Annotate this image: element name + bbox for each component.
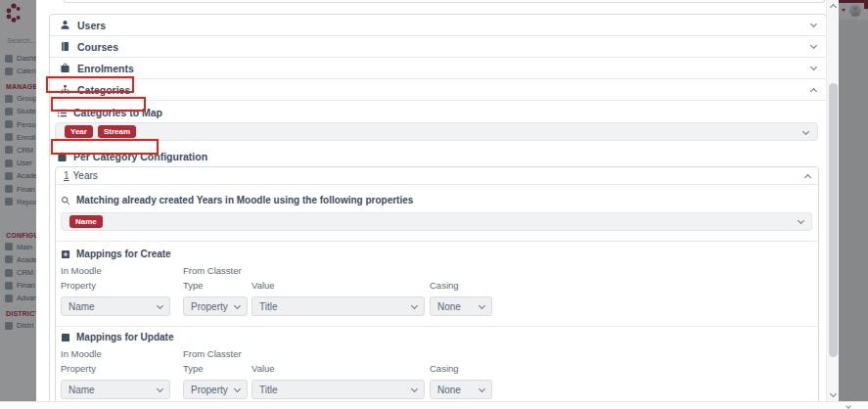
divider <box>56 326 818 327</box>
mapping-group-title-text: Mappings for Update <box>76 332 173 342</box>
column-header-property: Property <box>61 361 183 376</box>
accordion-enrolments[interactable]: Enrolments <box>50 58 826 79</box>
categories-to-map-multiselect[interactable]: Year Stream <box>55 122 818 141</box>
group-header-in-moodle: In Moodle <box>61 346 183 361</box>
mappings-for-create-title: Mappings for Create <box>61 248 813 260</box>
chevron-down-icon <box>479 302 485 309</box>
accordion-label: Categories <box>77 84 130 96</box>
select-value: Property <box>191 301 228 312</box>
matching-properties-multiselect[interactable]: Name <box>61 212 812 231</box>
create-type-select[interactable]: Property <box>183 296 248 316</box>
column-header-casing: Casing <box>430 361 813 376</box>
moodle-integration-modal: Users Courses Enrolments <box>36 0 839 401</box>
chevron-down-icon <box>411 302 418 309</box>
mappings-for-update-title: Mappings for Update <box>61 331 813 343</box>
selected-chip-year: Year <box>65 125 93 138</box>
group-header-from-classter: From Classter <box>183 263 813 278</box>
categories-to-map-title: Categories to Map <box>57 106 819 119</box>
group-header-in-moodle: In Moodle <box>61 263 183 278</box>
chevron-down-icon <box>479 386 485 392</box>
list-icon <box>57 108 68 118</box>
accordion-label: Courses <box>77 41 118 53</box>
per-category-configuration-title: Per Category Configuration <box>57 150 819 163</box>
chevron-down-icon <box>157 386 163 392</box>
category-card-years: 1 Years Matching already created Years i… <box>55 166 819 401</box>
accordion-label: Enrolments <box>77 63 134 74</box>
update-value-select[interactable]: Title <box>251 380 425 399</box>
matching-properties-title: Matching already created Years in Moodle… <box>61 194 813 206</box>
section-title-text: Categories to Map <box>73 107 162 118</box>
select-value: None <box>437 301 461 312</box>
divider <box>56 241 818 242</box>
column-header-type: Type <box>183 361 251 376</box>
selected-chip-name: Name <box>69 215 103 228</box>
accordion-users[interactable]: Users <box>50 15 826 36</box>
category-label: Years <box>73 170 98 181</box>
update-casing-select[interactable]: None <box>430 380 492 399</box>
select-value: Property <box>191 385 228 395</box>
scrollbar-up-arrow-icon[interactable] <box>829 4 836 11</box>
accordion-label: Users <box>77 20 106 31</box>
mapping-group-title-text: Mappings for Create <box>76 249 171 259</box>
plus-square-icon <box>61 250 70 259</box>
group-header-from-classter: From Classter <box>183 346 813 361</box>
chevron-down-icon[interactable] <box>798 217 804 224</box>
person-icon <box>60 20 70 30</box>
select-value: Title <box>259 301 278 312</box>
chevron-down-icon <box>234 302 241 309</box>
select-value: Title <box>259 385 278 395</box>
column-header-type: Type <box>183 278 251 293</box>
create-property-select[interactable]: Name <box>61 296 170 316</box>
update-type-select[interactable]: Property <box>183 380 248 399</box>
update-mapping-grid: In Moodle From Classter Property Type Va… <box>61 346 813 401</box>
select-value: None <box>437 385 461 395</box>
categories-panel: Categories to Map Year Stream Per Catego… <box>50 101 826 401</box>
create-value-select[interactable]: Title <box>251 296 425 316</box>
create-mapping-grid: In Moodle From Classter Property Type Va… <box>61 263 813 318</box>
scrollbar-down-arrow-icon[interactable] <box>829 390 836 397</box>
scrollbar-down-arrow-icon[interactable] <box>845 403 851 409</box>
briefcase-icon <box>57 152 68 162</box>
create-casing-select[interactable]: None <box>430 296 492 316</box>
select-value: Name <box>69 301 95 312</box>
modal-scrollbar[interactable] <box>826 0 839 401</box>
section-title-text: Per Category Configuration <box>73 151 207 162</box>
horizontal-scrollbar-strip[interactable] <box>0 401 868 409</box>
previous-card-edge <box>64 0 825 3</box>
column-header-value: Value <box>251 361 430 376</box>
column-header-value: Value <box>251 278 430 293</box>
chevron-up-icon[interactable] <box>810 87 817 94</box>
chevron-down-icon <box>411 386 418 392</box>
sitemap-icon <box>60 84 70 95</box>
chevron-up-icon[interactable] <box>804 173 811 180</box>
book-icon <box>60 41 70 52</box>
screen: Search... Dashb Calen MANAGE Group Stude… <box>0 0 868 409</box>
search-icon <box>61 196 70 205</box>
category-index: 1 <box>64 170 69 181</box>
chevron-down-icon[interactable] <box>802 127 809 134</box>
briefcase-icon <box>60 63 70 73</box>
scrollbar-thumb[interactable] <box>829 83 838 357</box>
chevron-down-icon[interactable] <box>810 21 817 27</box>
selected-chip-stream: Stream <box>98 125 136 138</box>
column-header-casing: Casing <box>430 278 813 293</box>
years-accordion-header[interactable]: 1 Years <box>56 167 818 185</box>
accordion-categories[interactable]: Categories <box>50 79 826 101</box>
update-property-select[interactable]: Name <box>61 380 170 399</box>
sync-sections-card: Users Courses Enrolments <box>49 14 827 401</box>
square-icon <box>61 333 70 342</box>
chevron-down-icon[interactable] <box>810 64 817 70</box>
years-panel-body: Matching already created Years in Moodle… <box>56 194 818 401</box>
chevron-down-icon <box>234 386 241 392</box>
select-value: Name <box>69 385 95 395</box>
matching-label-text: Matching already created Years in Moodle… <box>76 195 413 205</box>
column-header-property: Property <box>61 278 183 293</box>
chevron-down-icon[interactable] <box>810 42 817 49</box>
accordion-courses[interactable]: Courses <box>50 36 826 58</box>
chevron-down-icon <box>157 302 163 309</box>
